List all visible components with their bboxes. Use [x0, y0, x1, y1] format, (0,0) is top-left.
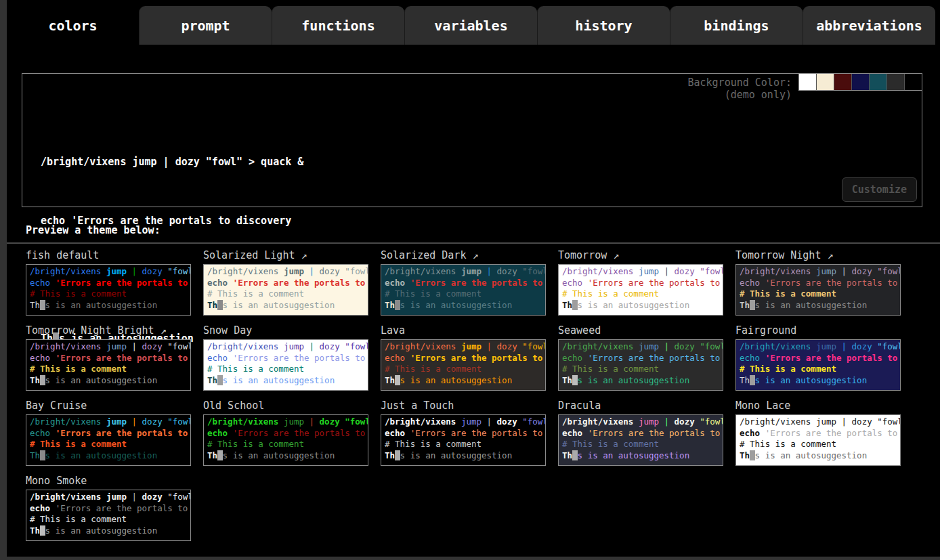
theme-card-solarized-light[interactable]: /bright/vixens jump | dozy "fowl" > quac…	[203, 264, 368, 316]
sample-echo: echo	[385, 278, 410, 288]
sample-autosuggestion: s is an autosuggestion	[45, 375, 158, 385]
theme-name-tomorrow-night-bright[interactable]: Tomorrow Night Bright ↗	[26, 324, 203, 339]
sample-autosuggestion: s is an autosuggestion	[578, 375, 690, 385]
theme-card-fish-default[interactable]: /bright/vixens jump | dozy "fowl" > quac…	[26, 264, 191, 316]
sample-pipe: |	[309, 416, 320, 427]
theme-card-fairground[interactable]: /bright/vixens jump | dozy "fowl" > quac…	[735, 339, 901, 391]
theme-sample-line-4: This is an autosuggestion	[207, 450, 368, 462]
sample-error: 'Errors are the portals to discovery	[233, 428, 368, 438]
theme-sample-line-4: This is an autosuggestion	[207, 375, 368, 387]
sample-comment: # This is a comment	[207, 439, 304, 449]
background-swatch-3[interactable]	[834, 74, 851, 90]
theme-sample-line-4: This is an autosuggestion	[30, 375, 190, 387]
sample-path: /bright/vixens	[562, 266, 639, 276]
sample-comment: # This is a comment	[740, 288, 836, 299]
theme-card-seaweed[interactable]: /bright/vixens jump | dozy "fowl" > quac…	[558, 339, 723, 391]
theme-name-tomorrow-night[interactable]: Tomorrow Night ↗	[735, 249, 913, 264]
theme-card-tomorrow-night[interactable]: /bright/vixens jump | dozy "fowl" > quac…	[735, 264, 901, 316]
external-link-icon[interactable]: ↗	[295, 249, 307, 261]
theme-card-snow-day[interactable]: /bright/vixens jump | dozy "fowl" > quac…	[203, 339, 368, 391]
tab-functions[interactable]: functions	[272, 6, 404, 45]
background-swatch-4[interactable]	[851, 74, 869, 90]
sample-autosuggestion: s is an autosuggestion	[400, 375, 513, 385]
theme-cell-snow-day: Snow Day/bright/vixens jump | dozy "fowl…	[203, 324, 381, 399]
sample-normal: Th	[740, 375, 750, 385]
sample-echo: echo	[207, 428, 233, 438]
theme-card-just-a-touch[interactable]: /bright/vixens jump | dozy "fowl" > quac…	[381, 414, 546, 466]
theme-name-solarized-dark[interactable]: Solarized Dark ↗	[381, 249, 558, 264]
sample-param: dozy	[320, 266, 345, 276]
sample-autosuggestion: s is an autosuggestion	[755, 300, 868, 310]
theme-sample-line-1: /bright/vixens jump | dozy "fowl" > quac…	[740, 266, 900, 278]
background-color-label: Background Color:(demo only)	[687, 77, 792, 101]
background-swatch-5[interactable]	[869, 74, 886, 90]
tab-bindings[interactable]: bindings	[670, 6, 803, 45]
theme-sample-line-2: echo 'Errors are the portals to discover…	[562, 428, 723, 439]
sample-echo: echo	[30, 428, 56, 438]
sample-param: dozy	[497, 341, 523, 351]
sample-quote: "fowl"	[522, 341, 546, 351]
sample-comment: # This is a comment	[30, 364, 127, 374]
theme-card-bay-cruise[interactable]: /bright/vixens jump | dozy "fowl" > quac…	[26, 414, 191, 466]
sample-quote: "fowl"	[167, 266, 191, 276]
theme-name-lava: Lava	[381, 324, 558, 339]
theme-sample-line-2: echo 'Errors are the portals to discover…	[740, 278, 900, 289]
theme-sample-line-2: echo 'Errors are the portals to discover…	[385, 353, 545, 364]
sample-param: dozy	[852, 266, 878, 276]
theme-card-mono-lace[interactable]: /bright/vixens jump | dozy "fowl" > quac…	[735, 414, 901, 466]
theme-name-solarized-light[interactable]: Solarized Light ↗	[203, 249, 381, 264]
sample-pipe: |	[487, 416, 497, 427]
sample-quote: "fowl"	[167, 492, 191, 502]
theme-name-mono-smoke: Mono Smoke	[26, 474, 203, 490]
sample-pipe: |	[309, 266, 320, 276]
sample-echo: echo	[562, 278, 588, 288]
sample-autosuggestion: s is an autosuggestion	[223, 375, 335, 385]
theme-card-mono-smoke[interactable]: /bright/vixens jump | dozy "fowl" > quac…	[26, 490, 191, 541]
sample-autosuggestion: s is an autosuggestion	[755, 450, 868, 460]
sample-echo: echo	[207, 278, 233, 288]
background-swatch-6[interactable]	[886, 74, 904, 90]
theme-sample-line-4: This is an autosuggestion	[740, 450, 900, 462]
external-link-icon[interactable]: ↗	[607, 249, 619, 261]
theme-name-tomorrow[interactable]: Tomorrow ↗	[558, 249, 735, 264]
cursor-block: i	[572, 375, 578, 385]
tab-bar: colorspromptfunctionsvariableshistorybin…	[7, 6, 935, 45]
preview-line-1: /bright/vixens jump | dozy "fowl" > quac…	[41, 152, 303, 172]
theme-card-tomorrow-night-bright[interactable]: /bright/vixens jump | dozy "fowl" > quac…	[26, 339, 191, 391]
background-swatch-7[interactable]	[904, 74, 922, 90]
theme-sample-line-4: This is an autosuggestion	[30, 450, 190, 462]
tab-variables[interactable]: variables	[404, 6, 537, 45]
sample-param: dozy	[497, 416, 523, 427]
sample-command: jump	[639, 341, 664, 351]
sample-pipe: |	[132, 416, 142, 427]
color-preview-panel: Background Color:(demo only) /bright/vix…	[22, 73, 922, 207]
theme-sample-line-3: # This is a comment	[385, 439, 545, 450]
external-link-icon[interactable]: ↗	[466, 249, 478, 261]
theme-card-old-school[interactable]: /bright/vixens jump | dozy "fowl" > quac…	[203, 414, 368, 466]
theme-cell-solarized-dark: Solarized Dark ↗/bright/vixens jump | do…	[381, 249, 558, 324]
theme-card-dracula[interactable]: /bright/vixens jump | dozy "fowl" > quac…	[558, 414, 723, 466]
tab-abbreviations[interactable]: abbreviations	[803, 6, 935, 45]
tab-history[interactable]: history	[537, 6, 670, 45]
external-link-icon[interactable]: ↗	[154, 324, 167, 337]
theme-grid: fish default/bright/vixens jump | dozy "…	[26, 249, 913, 549]
external-link-icon[interactable]: ↗	[821, 249, 833, 261]
sample-error: 'Errors are the portals to discovery	[588, 278, 723, 288]
theme-sample-line-2: echo 'Errors are the portals to discover…	[30, 353, 190, 364]
tab-prompt[interactable]: prompt	[139, 6, 272, 45]
background-swatch-2[interactable]	[816, 74, 834, 90]
customize-button[interactable]: Customize	[842, 177, 917, 202]
sample-error: 'Errors are the portals to discovery	[410, 428, 546, 438]
sample-command: jump	[284, 266, 309, 276]
theme-card-lava[interactable]: /bright/vixens jump | dozy "fowl" > quac…	[381, 339, 546, 391]
theme-name-text: Seaweed	[558, 324, 601, 337]
background-color-label-line2: (demo only)	[725, 89, 792, 101]
sample-pipe: |	[664, 416, 675, 427]
theme-card-tomorrow[interactable]: /bright/vixens jump | dozy "fowl" > quac…	[558, 264, 723, 316]
sample-normal: Th	[30, 300, 40, 310]
tab-colors[interactable]: colors	[7, 6, 139, 45]
theme-card-solarized-dark[interactable]: /bright/vixens jump | dozy "fowl" > quac…	[381, 264, 546, 316]
background-swatch-1[interactable]	[799, 74, 816, 90]
sample-param: dozy	[142, 492, 168, 502]
cursor-block: i	[40, 525, 45, 536]
